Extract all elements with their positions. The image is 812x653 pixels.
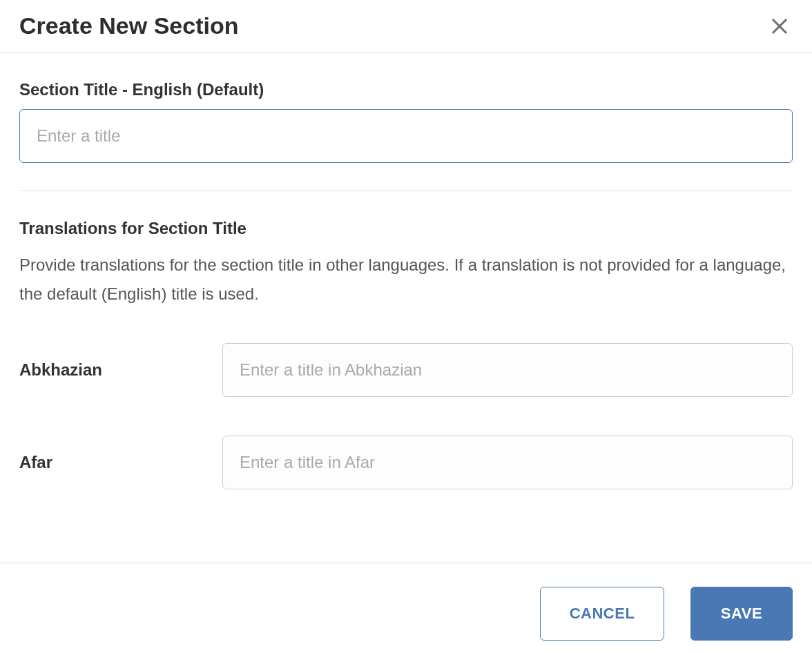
translation-input-afar[interactable] <box>222 436 793 489</box>
dialog-body: Section Title - English (Default) Transl… <box>0 52 812 563</box>
translations-description: Provide translations for the section tit… <box>19 251 793 309</box>
dialog-header: Create New Section <box>0 0 812 52</box>
translations-section: Translations for Section Title Provide t… <box>19 219 793 489</box>
dialog-title: Create New Section <box>19 12 238 39</box>
translation-row-afar: Afar <box>19 436 793 489</box>
dialog-footer: CANCEL SAVE <box>0 563 812 653</box>
create-section-dialog: Create New Section Section Title - Engli… <box>0 0 812 653</box>
section-title-field: Section Title - English (Default) <box>19 80 793 163</box>
translation-language-label: Afar <box>19 453 222 472</box>
section-title-label: Section Title - English (Default) <box>19 80 793 99</box>
close-icon <box>769 16 790 37</box>
translation-input-abkhazian[interactable] <box>222 343 793 397</box>
translations-heading: Translations for Section Title <box>19 219 793 238</box>
translation-row-abkhazian: Abkhazian <box>19 343 793 397</box>
save-button[interactable]: SAVE <box>690 587 793 641</box>
section-title-input[interactable] <box>19 109 793 163</box>
divider <box>19 191 793 191</box>
translation-language-label: Abkhazian <box>19 360 222 380</box>
close-button[interactable] <box>766 13 793 39</box>
cancel-button[interactable]: CANCEL <box>540 587 664 641</box>
